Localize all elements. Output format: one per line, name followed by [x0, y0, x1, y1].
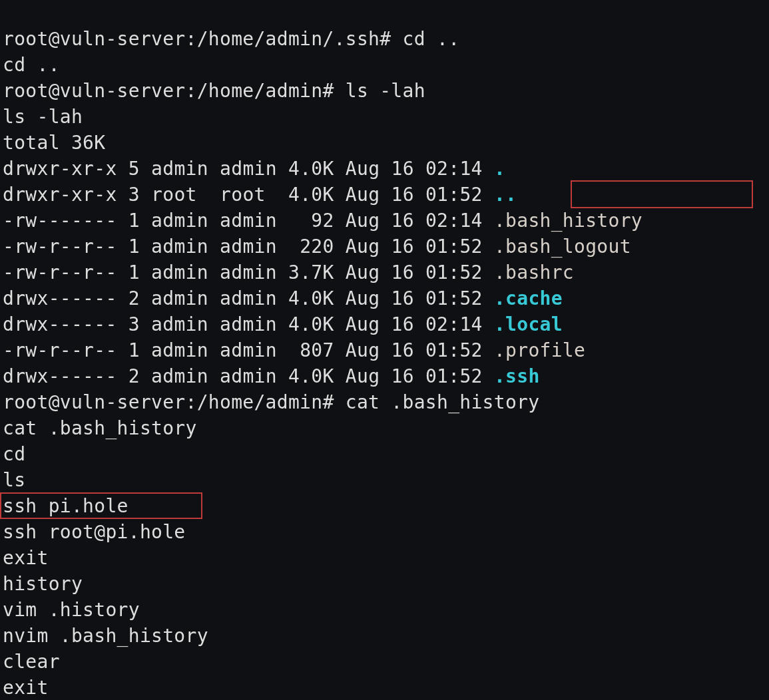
- dir-cache: .cache: [494, 287, 563, 309]
- command: cd ..: [403, 28, 460, 50]
- history-line: history: [3, 573, 83, 595]
- file-bash-logout: .bash_logout: [494, 236, 631, 258]
- dir-dot: .: [494, 158, 505, 180]
- output-line: ls -lah: [3, 106, 83, 128]
- history-line: nvim .bash_history: [3, 625, 208, 647]
- history-line: ssh root@pi.hole: [3, 521, 186, 543]
- history-line: vim .history: [3, 599, 140, 621]
- ls-row: -rw-r--r-- 1 admin admin 3.7K Aug 16 01:…: [3, 262, 574, 283]
- prompt: root@vuln-server:/home/admin#: [3, 80, 346, 102]
- ls-row: drwxr-xr-x 5 admin admin 4.0K Aug 16 02:…: [3, 158, 505, 180]
- output-line: cd ..: [3, 54, 60, 76]
- dir-ssh: .ssh: [494, 365, 540, 387]
- ls-row: drwx------ 2 admin admin 4.0K Aug 16 01:…: [3, 365, 540, 387]
- terminal[interactable]: root@vuln-server:/home/admin/.ssh# cd ..…: [0, 0, 769, 700]
- ls-row: drwx------ 2 admin admin 4.0K Aug 16 01:…: [3, 287, 563, 309]
- history-line: ls: [3, 469, 25, 491]
- prompt: root@vuln-server:/home/admin/.ssh#: [3, 28, 403, 50]
- dir-dotdot: ..: [494, 184, 517, 206]
- output-line: total 36K: [3, 132, 105, 154]
- prompt: root@vuln-server:/home/admin#: [3, 391, 346, 413]
- ls-row: -rw------- 1 admin admin 92 Aug 16 02:14…: [3, 210, 642, 232]
- ls-row: drwx------ 3 admin admin 4.0K Aug 16 02:…: [3, 313, 563, 335]
- command: cat .bash_history: [346, 391, 540, 413]
- history-line: exit: [3, 547, 49, 569]
- highlight-bash-history: [571, 180, 753, 208]
- ls-row: drwxr-xr-x 3 root root 4.0K Aug 16 01:52…: [3, 184, 517, 206]
- file-bash-history: .bash_history: [494, 210, 642, 232]
- output-line: cat .bash_history: [3, 417, 197, 439]
- history-line: ssh pi.hole: [3, 495, 128, 517]
- file-bashrc: .bashrc: [494, 262, 574, 283]
- history-line: exit: [3, 677, 49, 699]
- history-line: cd: [3, 443, 25, 465]
- ls-row: -rw-r--r-- 1 admin admin 220 Aug 16 01:5…: [3, 236, 631, 258]
- file-profile: .profile: [494, 339, 585, 361]
- ls-row: -rw-r--r-- 1 admin admin 807 Aug 16 01:5…: [3, 339, 585, 361]
- dir-local: .local: [494, 313, 563, 335]
- command: ls -lah: [346, 80, 425, 102]
- history-line: clear: [3, 651, 60, 673]
